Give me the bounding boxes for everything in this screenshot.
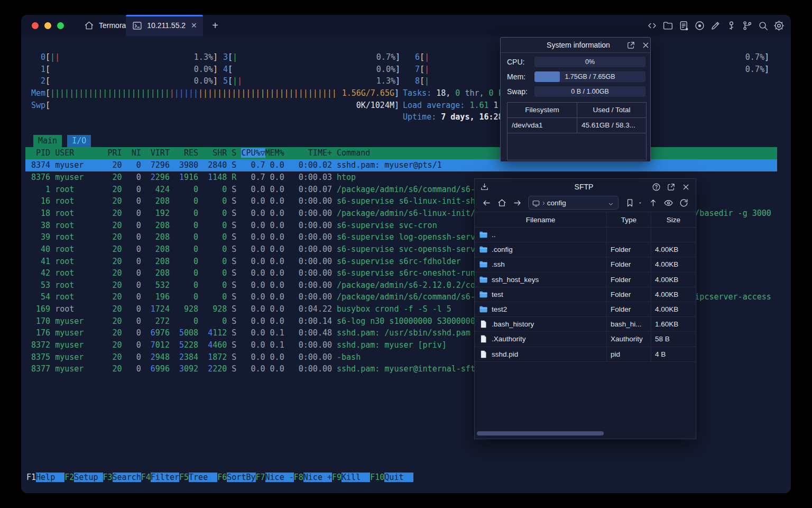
sftp-toolbar: › config — [475, 195, 696, 211]
active-tab-accent — [126, 15, 203, 16]
help-icon[interactable] — [652, 183, 661, 192]
process-row-8374[interactable]: 8374 myuser 20 0 7296 3980 2840 S 0.7 0.… — [25, 159, 777, 171]
fkey-f7-nice[interactable]: F7Nice - — [256, 473, 294, 482]
fkey-f2-setup[interactable]: F2Setup — [64, 473, 103, 482]
used-total-column-header: Used / Total — [577, 103, 646, 117]
file-row-test[interactable]: testFolder4.00KB — [475, 287, 696, 302]
tab-termora-home[interactable]: Termora — [76, 15, 133, 36]
title-bar: Termora 10.211.55.2 ✕ + — [21, 15, 791, 36]
folder-icon — [479, 305, 488, 314]
path-breadcrumb[interactable]: › config — [528, 196, 619, 210]
refresh-icon[interactable] — [679, 198, 689, 208]
active-tab-label: 10.211.55.2 — [147, 21, 186, 30]
filesystem-row[interactable]: /dev/vda145.61GB / 58.3... — [508, 118, 646, 133]
home-icon[interactable] — [497, 198, 507, 208]
fkey-f5-tree[interactable]: F5Tree — [179, 473, 217, 482]
cpu-meter-4: 4[0.0%] — [214, 64, 400, 76]
cpu-meter-0: 0[||1.3%] — [31, 51, 218, 64]
open-in-new-window-icon[interactable] — [667, 183, 676, 192]
titlebar-toolbar — [647, 15, 785, 36]
new-tab-button[interactable]: + — [207, 15, 223, 36]
file-row-.ssh[interactable]: .sshFolder4.00KB — [475, 257, 696, 272]
filename-column-header[interactable]: Filename — [475, 216, 606, 224]
file-row-sshd.pid[interactable]: sshd.pidpid4 B — [475, 347, 696, 362]
file-row-.bash_history[interactable]: .bash_historybash_hi...1.60KB — [475, 317, 696, 332]
cpu-meter-5: 5[||1.3%] — [214, 75, 400, 87]
back-icon[interactable] — [482, 198, 492, 208]
mem-meter: Mem[||||||||||||||||||||||||||||||||||||… — [31, 87, 399, 99]
tab-ssh-session[interactable]: 10.211.55.2 ✕ — [126, 15, 203, 36]
folder-icon[interactable] — [662, 20, 673, 31]
key-icon[interactable] — [726, 20, 737, 31]
mem-label: Mem: — [507, 71, 525, 82]
fkey-f4-filter[interactable]: F4Filter — [141, 473, 179, 482]
file-row-..[interactable]: .. — [475, 228, 696, 242]
close-window-button[interactable] — [32, 22, 39, 29]
home-icon — [84, 20, 95, 31]
fkey-f3-search[interactable]: F3Search — [103, 473, 141, 482]
system-information-titlebar: System information — [501, 38, 650, 53]
process-table-header[interactable]: PID USER PRI NI VIRT RES SHR S CPU%▽MEM%… — [25, 147, 777, 159]
parent-directory-icon[interactable] — [648, 198, 658, 208]
swap-usage-value: 0 B / 1.00GB — [534, 86, 645, 97]
filesystem-column-header: Filesystem — [508, 103, 577, 117]
minimize-window-button[interactable] — [44, 22, 51, 29]
htop-tab-io[interactable]: I/O — [67, 135, 91, 147]
sftp-titlebar: SFTP — [475, 179, 696, 195]
fkey-f8-nice[interactable]: F8Nice + — [294, 473, 332, 482]
filesystem-table-header: Filesystem Used / Total — [508, 103, 646, 118]
chevron-down-icon[interactable] — [607, 199, 615, 207]
show-hidden-files-icon[interactable] — [663, 198, 673, 208]
type-column-header[interactable]: Type — [606, 212, 651, 227]
cpu-meter-2: 2[0.0%] — [31, 75, 218, 87]
cpu-usage-value: 0% — [534, 57, 645, 67]
bookmark-icon[interactable] — [625, 198, 635, 208]
sftp-panel: SFTP › — [474, 178, 696, 439]
htop-function-key-bar: F1Help F2Setup F3SearchF4FilterF5Tree F6… — [26, 471, 413, 484]
file-row-test2[interactable]: test2Folder4.00KB — [475, 302, 696, 317]
download-icon[interactable] — [480, 183, 489, 192]
notes-icon[interactable] — [678, 20, 689, 31]
horizontal-scrollbar[interactable] — [477, 431, 604, 436]
swp-meter: Swp[0K/1024M] — [31, 99, 399, 112]
app-tab-label: Termora — [99, 21, 126, 30]
file-icon — [479, 334, 488, 343]
filesystem-table: Filesystem Used / Total /dev/vda145.61GB… — [507, 102, 647, 160]
htop-tab-main[interactable]: Main — [33, 135, 62, 147]
fkey-f10-quit[interactable]: F10Quit — [370, 473, 413, 482]
size-column-header[interactable]: Size — [651, 212, 696, 227]
close-panel-icon[interactable] — [641, 41, 650, 50]
folder-icon — [479, 260, 488, 269]
record-icon[interactable] — [694, 20, 705, 31]
cpu-label: CPU: — [507, 57, 524, 67]
git-branch-icon[interactable] — [742, 20, 753, 31]
forward-icon[interactable] — [512, 198, 522, 208]
open-in-new-window-icon[interactable] — [626, 41, 635, 50]
mem-usage-bar: 1.75GB / 7.65GB — [534, 71, 645, 82]
file-row-ssh_host_keys[interactable]: ssh_host_keysFolder4.00KB — [475, 273, 696, 287]
breadcrumb-folder: config — [547, 199, 566, 207]
file-icon — [479, 320, 488, 329]
breadcrumb-separator: › — [542, 198, 545, 207]
close-tab-icon[interactable]: ✕ — [191, 21, 197, 30]
bookmark-dropdown-icon[interactable] — [638, 198, 643, 208]
fkey-f1-help[interactable]: F1Help — [26, 473, 64, 482]
htop-screen-tabs: MainI/O — [33, 135, 91, 147]
file-icon — [479, 350, 488, 359]
fkey-f6-sortby[interactable]: F6SortBy — [217, 473, 255, 482]
swap-label: Swap: — [507, 86, 528, 97]
cpu-usage-bar: 0% — [534, 57, 645, 67]
file-row-.Xauthority[interactable]: .XauthorityXauthority58 B — [475, 332, 696, 347]
folder-icon — [479, 275, 488, 284]
pencil-icon[interactable] — [710, 20, 721, 31]
zoom-window-button[interactable] — [57, 22, 64, 29]
app-window: Termora 10.211.55.2 ✕ + 0[||1.3%]1[0.0%]… — [21, 15, 791, 493]
close-panel-icon[interactable] — [681, 183, 690, 192]
file-row-.config[interactable]: .configFolder4.00KB — [475, 242, 696, 257]
swap-usage-bar: 0 B / 1.00GB — [534, 86, 645, 97]
fkey-f9-kill[interactable]: F9Kill — [332, 473, 370, 482]
code-icon[interactable] — [647, 20, 658, 31]
search-icon[interactable] — [758, 20, 769, 31]
sftp-table-header: Filename Type Size — [475, 212, 696, 228]
settings-icon[interactable] — [773, 20, 785, 31]
